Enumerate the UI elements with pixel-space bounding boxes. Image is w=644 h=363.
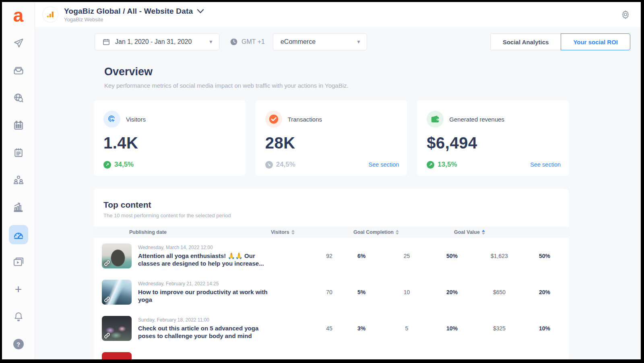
chart-growth-icon (13, 202, 24, 213)
transactions-check-icon (265, 111, 282, 128)
globe-search-icon (13, 92, 24, 103)
video-library-icon (13, 256, 24, 268)
post-date: Wednesday, March 14, 2022 12:00 (138, 245, 315, 250)
overview-title: Overview (104, 66, 630, 78)
team-icon (13, 174, 24, 186)
sidebar-item-inbox[interactable] (9, 61, 28, 80)
transactions-value: 28K (265, 134, 398, 152)
post-title: How to improve our productivity at work … (138, 288, 277, 304)
post-thumbnail[interactable] (102, 243, 132, 268)
table-row[interactable] (94, 346, 569, 359)
analytics-bars-icon (46, 10, 55, 19)
chevron-down-icon (197, 9, 204, 14)
transactions-label: Transactions (288, 116, 322, 123)
post-info: Sunday, February 18, 2022 11:00 Check ou… (138, 317, 315, 340)
post-info: Wednesday, February 21, 2022 14:25 How t… (138, 281, 315, 304)
sidebar-item-publishing[interactable] (9, 33, 28, 53)
top-header: YogaBiz Global / All - Website Data Yoga… (35, 2, 641, 27)
settings-gear-icon[interactable] (621, 10, 630, 19)
tab-your-social-roi[interactable]: Your social ROI (561, 33, 630, 50)
revenues-trend: ↗ 13,5% (427, 161, 457, 169)
sidebar-item-listening[interactable] (9, 88, 28, 107)
analytics-profile-avatar[interactable] (42, 6, 58, 23)
table-row[interactable]: Sunday, February 18, 2022 11:00 Check ou… (94, 310, 569, 346)
goal-value-pct: 10% (528, 325, 561, 332)
overview-subtitle: Key performance metrics of social media … (104, 82, 630, 89)
revenues-value: $6,494 (427, 134, 559, 152)
inbox-icon (13, 65, 24, 76)
post-info: Wednesday, March 14, 2022 12:00 Attentio… (138, 245, 315, 268)
revenues-card: Generated revenues $6,494 ↗ 13,5% See se… (417, 100, 569, 176)
caret-down-icon: ▼ (356, 39, 361, 45)
sidebar-item-add[interactable]: + (9, 280, 28, 299)
calendar-icon (102, 38, 110, 46)
visitors-count: 92 (315, 253, 343, 259)
sort-icon[interactable] (291, 230, 295, 235)
goal-count: 5 (380, 325, 434, 332)
tab-social-analytics[interactable]: Social Analytics (490, 33, 561, 50)
sidebar-item-content[interactable] (9, 143, 28, 162)
notepad-icon (13, 147, 24, 158)
goal-pct: 10% (434, 325, 470, 332)
visitors-label: Visitors (126, 116, 146, 123)
visitors-click-icon (103, 111, 120, 128)
post-date: Wednesday, February 21, 2022 14:25 (138, 281, 315, 287)
page-title: YogaBiz Global / All - Website Data (64, 7, 193, 16)
caret-down-icon: ▼ (208, 39, 213, 45)
table-row[interactable]: Wednesday, February 21, 2022 14:25 How t… (94, 274, 569, 310)
visitors-trend: ↗ 34,5% (103, 161, 134, 169)
content-area: Overview Key performance metrics of soci… (35, 54, 641, 359)
revenues-see-section-link[interactable]: See section (530, 161, 561, 168)
trend-down-icon: ↘ (265, 161, 273, 169)
page-subtitle: YogaBiz Website (64, 16, 204, 23)
sort-icon[interactable] (396, 230, 399, 235)
post-thumbnail[interactable] (102, 280, 132, 305)
table-row[interactable]: Wednesday, March 14, 2022 12:00 Attentio… (94, 238, 569, 274)
sidebar: a (2, 2, 35, 359)
visitors-value: 1.4K (103, 134, 236, 152)
goal-count: 10 (380, 289, 434, 295)
profile-switcher[interactable]: YogaBiz Global / All - Website Data (64, 7, 204, 16)
goal-value: $650 (470, 289, 528, 295)
plus-icon: + (15, 283, 22, 295)
goal-count: 25 (380, 253, 434, 259)
sidebar-item-help[interactable]: ? (9, 334, 28, 354)
sort-icon-active[interactable] (482, 230, 485, 235)
post-thumbnail[interactable] (102, 316, 132, 341)
link-icon (103, 296, 111, 303)
app-logo[interactable]: a (13, 6, 24, 25)
sidebar-item-notifications[interactable] (9, 307, 28, 326)
calendar-icon (13, 120, 24, 131)
transactions-see-section-link[interactable]: See section (369, 161, 399, 168)
report-type-value: eCommerce (281, 38, 356, 45)
paper-plane-icon (13, 37, 24, 49)
column-goal-value[interactable]: Goal Value (454, 227, 485, 238)
date-range-value: Jan 1, 2020 - Jan 31, 2020 (115, 38, 204, 45)
sidebar-item-calendar[interactable] (9, 116, 28, 135)
date-range-picker[interactable]: Jan 1, 2020 - Jan 31, 2020 ▼ (95, 33, 219, 50)
top-content-subtitle: The 10 most performing content for the s… (103, 212, 569, 219)
post-thumbnail[interactable] (102, 352, 132, 359)
sidebar-item-roi[interactable] (9, 225, 28, 244)
goal-value: $325 (470, 325, 528, 332)
link-icon (103, 332, 111, 339)
visitors-pct: 3% (343, 325, 380, 332)
main-area: YogaBiz Global / All - Website Data Yoga… (35, 2, 641, 359)
goal-value-pct: 50% (528, 253, 561, 259)
column-visitors[interactable]: Visitors (271, 227, 295, 238)
link-icon (103, 260, 111, 267)
goal-pct: 20% (434, 289, 470, 295)
help-icon: ? (13, 339, 24, 349)
column-publishing-date: Publishing date (129, 227, 167, 238)
sidebar-item-library[interactable] (9, 252, 28, 272)
visitors-count: 70 (315, 289, 343, 295)
report-type-select[interactable]: eCommerce ▼ (273, 33, 367, 50)
sidebar-item-reports[interactable] (9, 198, 28, 217)
sidebar-item-fans[interactable] (9, 170, 28, 190)
column-goal-completion[interactable]: Goal Completion (353, 227, 399, 238)
goal-pct: 50% (434, 253, 470, 259)
trend-up-icon: ↗ (427, 161, 434, 169)
gauge-icon (12, 229, 25, 241)
visitors-card: Visitors 1.4K ↗ 34,5% (94, 100, 246, 176)
top-content-title: Top content (103, 200, 569, 210)
